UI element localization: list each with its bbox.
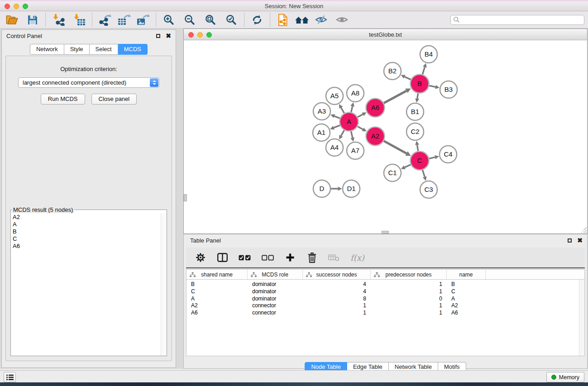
graph-node-B3[interactable]: B3 bbox=[440, 81, 457, 98]
graph-node-C4[interactable]: C4 bbox=[440, 146, 457, 163]
table-cell[interactable]: 4 bbox=[303, 288, 371, 295]
table-cell[interactable]: connector bbox=[248, 302, 303, 310]
column-header-mcds-role[interactable]: MCDS role bbox=[248, 270, 303, 279]
graph-edge-B-B2[interactable] bbox=[405, 76, 411, 79]
table-row[interactable]: Cdominator41C bbox=[186, 288, 579, 295]
table-row[interactable]: Adominator80A bbox=[186, 295, 579, 303]
column-header-shared-name[interactable]: shared name bbox=[186, 270, 248, 279]
result-item[interactable]: A bbox=[13, 221, 159, 228]
table-row[interactable]: Bdominator41B bbox=[186, 281, 579, 288]
graph-node-B1[interactable]: B1 bbox=[406, 103, 424, 120]
graph-node-A1[interactable]: A1 bbox=[313, 124, 330, 141]
table-cell[interactable]: A2 bbox=[186, 302, 248, 310]
graph-edge-C-C4[interactable] bbox=[429, 157, 435, 158]
graph-node-B4[interactable]: B4 bbox=[420, 46, 437, 63]
canvas-bottom-handle[interactable] bbox=[382, 231, 389, 234]
create-column-button[interactable] bbox=[285, 253, 296, 262]
window-resize-grip[interactable] bbox=[581, 227, 587, 233]
graph-node-A4[interactable]: A4 bbox=[326, 139, 343, 156]
graph-node-B[interactable]: B bbox=[411, 75, 429, 93]
table-scrollbar[interactable] bbox=[579, 280, 584, 356]
table-settings-button[interactable] bbox=[195, 253, 206, 262]
float-panel-button[interactable] bbox=[156, 34, 160, 38]
graph-edge-A-A1[interactable] bbox=[334, 125, 340, 128]
network-zoom-button[interactable] bbox=[206, 32, 212, 38]
graph-node-C[interactable]: C bbox=[411, 152, 429, 170]
zoom-selected-button[interactable] bbox=[224, 13, 239, 27]
tab-network[interactable]: Network bbox=[30, 44, 64, 55]
graph-node-A2[interactable]: A2 bbox=[366, 127, 385, 146]
export-table-button[interactable] bbox=[117, 13, 131, 27]
graph-node-A6[interactable]: A6 bbox=[366, 99, 385, 117]
zoom-out-button[interactable] bbox=[182, 13, 197, 27]
toggle-birdseye-button[interactable] bbox=[335, 13, 349, 27]
hide-panels-button[interactable] bbox=[314, 13, 328, 27]
graph-node-C2[interactable]: C2 bbox=[406, 123, 424, 140]
table-cell[interactable]: A bbox=[186, 295, 248, 303]
tab-mcds[interactable]: MCDS bbox=[118, 44, 148, 55]
graph-node-B2[interactable]: B2 bbox=[384, 62, 401, 80]
canvas-left-handle[interactable] bbox=[184, 194, 187, 201]
table-row[interactable]: A6connector11A6 bbox=[186, 310, 579, 317]
tab-select[interactable]: Select bbox=[90, 44, 118, 55]
column-header-successor-nodes[interactable]: successor nodes bbox=[303, 270, 371, 279]
deselect-all-columns-button[interactable] bbox=[262, 255, 274, 261]
show-all-panels-button[interactable] bbox=[295, 13, 309, 27]
memory-button[interactable]: Memory bbox=[546, 372, 584, 382]
table-cell[interactable]: A2 bbox=[447, 302, 486, 310]
graph-edge-A-A7[interactable] bbox=[351, 131, 353, 138]
import-network-button[interactable] bbox=[51, 13, 66, 27]
graph-node-A7[interactable]: A7 bbox=[347, 142, 364, 159]
graph-node-A3[interactable]: A3 bbox=[313, 103, 330, 120]
graph-edge-A6-B[interactable] bbox=[384, 91, 406, 103]
table-cell[interactable]: 1 bbox=[371, 288, 447, 295]
table-cell[interactable]: 8 bbox=[303, 295, 371, 303]
save-session-button[interactable] bbox=[25, 13, 40, 27]
graph-node-D1[interactable]: D1 bbox=[343, 180, 360, 197]
graph-edge-C-C2[interactable] bbox=[417, 145, 418, 151]
table-float-button[interactable] bbox=[568, 238, 572, 243]
table-cell[interactable]: 0 bbox=[371, 295, 447, 303]
table-cell[interactable]: A6 bbox=[447, 310, 486, 317]
optimization-criterion-dropdown[interactable]: largest connected component (directed) bbox=[18, 77, 159, 88]
table-cell[interactable]: dominator bbox=[248, 295, 303, 303]
table-cell[interactable]: dominator bbox=[248, 281, 303, 288]
tab-style[interactable]: Style bbox=[64, 44, 90, 55]
graph-node-A8[interactable]: A8 bbox=[347, 85, 364, 102]
select-all-columns-button[interactable] bbox=[239, 255, 251, 261]
graph-node-C1[interactable]: C1 bbox=[384, 164, 401, 181]
result-item[interactable]: A6 bbox=[13, 243, 159, 250]
graph-edge-B-B3[interactable] bbox=[429, 86, 435, 87]
toggle-column-panel-button[interactable] bbox=[217, 253, 228, 262]
open-session-button[interactable] bbox=[5, 13, 19, 27]
result-scrollbar[interactable] bbox=[161, 213, 167, 356]
export-network-button[interactable] bbox=[98, 13, 112, 27]
graph-edge-B-B4[interactable] bbox=[422, 67, 425, 74]
table-cell[interactable]: connector bbox=[248, 310, 303, 317]
graph-edge-C-C1[interactable] bbox=[405, 165, 411, 167]
zoom-window-button[interactable] bbox=[23, 4, 28, 9]
zoom-in-button[interactable] bbox=[162, 13, 176, 27]
table-cell[interactable]: 1 bbox=[303, 310, 371, 317]
minimize-window-button[interactable] bbox=[14, 4, 19, 9]
column-header-predecessor-nodes[interactable]: predecessor nodes bbox=[371, 270, 447, 279]
zoom-fit-button[interactable] bbox=[203, 13, 218, 27]
search-input[interactable] bbox=[460, 16, 582, 24]
table-cell[interactable]: A6 bbox=[186, 310, 248, 317]
graph-node-C3[interactable]: C3 bbox=[420, 181, 437, 198]
task-history-button[interactable] bbox=[4, 372, 16, 382]
table-cell[interactable]: 4 bbox=[303, 281, 371, 288]
network-close-button[interactable] bbox=[188, 32, 194, 38]
close-panel-action-button[interactable]: Close panel bbox=[91, 94, 137, 105]
table-cell[interactable]: 1 bbox=[371, 281, 447, 288]
table-cell[interactable]: 1 bbox=[371, 302, 447, 310]
table-cell[interactable]: 1 bbox=[371, 310, 447, 317]
table-cell[interactable]: C bbox=[447, 288, 486, 295]
table-cell[interactable]: A bbox=[447, 295, 486, 303]
import-table-button[interactable] bbox=[72, 13, 86, 27]
search-field[interactable] bbox=[450, 15, 584, 25]
table-cell[interactable]: 1 bbox=[303, 302, 371, 310]
graph-edge-A-A8[interactable] bbox=[351, 106, 353, 112]
table-close-button[interactable]: ✖ bbox=[577, 238, 583, 243]
graph-edge-B-B1[interactable] bbox=[417, 93, 418, 99]
